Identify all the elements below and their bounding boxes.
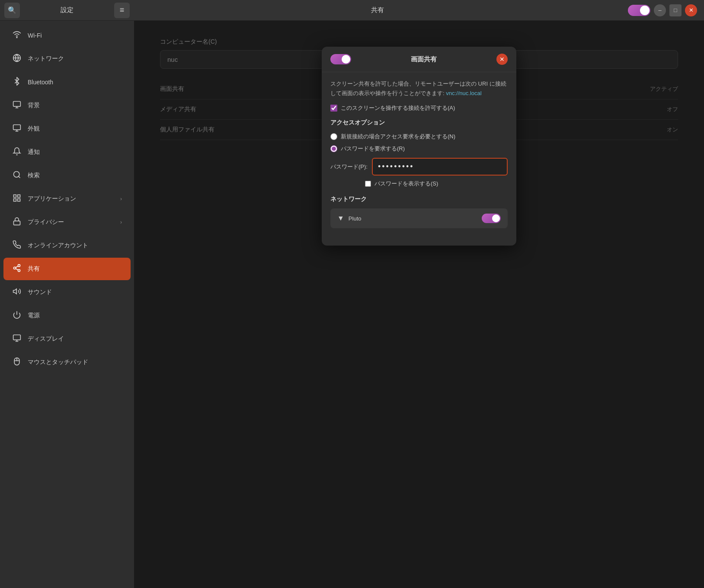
sidebar-item-label: プライバシー	[28, 218, 64, 226]
svg-point-18	[18, 269, 20, 272]
network-row: ▼ Pluto	[330, 208, 508, 228]
svg-point-17	[14, 267, 16, 269]
password-row: パスワード(P):	[330, 158, 508, 176]
sidebar-item-label: サウンド	[28, 288, 52, 296]
network-name: ▼ Pluto	[337, 214, 361, 222]
svg-line-19	[16, 268, 18, 270]
svg-rect-14	[18, 198, 20, 201]
sidebar-item-apps[interactable]: アプリケーション ›	[3, 188, 131, 210]
sidebar-item-label: マウスとタッチパッド	[28, 358, 88, 366]
svg-rect-23	[13, 335, 21, 340]
radio-row-require-password: パスワードを要求する(R)	[330, 145, 508, 153]
dialog-body: スクリーン共有を許可した場合、リモートユーザーは次の URI に接続して画面の表…	[322, 72, 516, 235]
chevron-right-icon: ›	[120, 196, 122, 202]
sidebar-item-mouse[interactable]: マウスとタッチパッド	[3, 351, 131, 374]
dialog-titlebar: 画面共有 ✕	[322, 47, 516, 72]
svg-rect-11	[14, 195, 16, 197]
svg-point-0	[16, 37, 17, 38]
window-title: 共有	[371, 6, 384, 14]
sidebar-item-notifications[interactable]: 通知	[3, 141, 131, 163]
dialog-close-icon: ✕	[499, 56, 505, 63]
background-icon	[12, 100, 22, 111]
show-password-row: パスワードを表示する(S)	[365, 180, 508, 188]
maximize-button[interactable]: □	[669, 4, 682, 16]
network-toggle-knob	[492, 214, 500, 222]
dialog-title: 画面共有	[351, 55, 496, 64]
sidebar-item-label: Wi-Fi	[28, 32, 42, 39]
menu-icon: ≡	[120, 6, 125, 15]
show-password-checkbox[interactable]	[365, 181, 371, 187]
toggle-knob	[640, 6, 650, 15]
sidebar-item-network[interactable]: ネットワーク	[3, 48, 131, 70]
mouse-icon	[12, 357, 22, 368]
network-icon	[12, 54, 22, 64]
sidebar-item-wifi[interactable]: Wi-Fi	[3, 24, 131, 47]
titlebar-center: 共有	[134, 6, 621, 14]
dialog-toggle[interactable]	[330, 54, 351, 64]
search-button[interactable]: 🔍	[4, 3, 20, 18]
sidebar-item-bluetooth[interactable]: Bluetooth	[3, 71, 131, 93]
privacy-icon	[12, 217, 22, 228]
radio-row-require-access: 新規接続の場合アクセス要求を必要とする(N)	[330, 133, 508, 141]
network-toggle[interactable]	[482, 214, 501, 223]
svg-rect-6	[13, 125, 21, 130]
network-section-title: ネットワーク	[330, 195, 508, 203]
svg-point-16	[18, 264, 20, 266]
bluetooth-icon	[12, 77, 22, 88]
sidebar-item-label: ネットワーク	[28, 55, 64, 63]
sidebar-item-label: アプリケーション	[28, 195, 76, 203]
wifi-icon	[12, 30, 22, 41]
apps-icon	[12, 194, 22, 205]
sidebar-item-label: 検索	[28, 172, 40, 179]
allow-control-checkbox[interactable]	[330, 105, 337, 112]
sidebar-item-display[interactable]: ディスプレイ	[3, 328, 131, 350]
sidebar-item-label: オンラインアカウント	[28, 242, 88, 249]
minimize-button[interactable]: –	[654, 4, 666, 16]
sidebar: Wi-Fi ネットワーク Bluetooth 背景 外観	[0, 21, 134, 588]
network-label: Pluto	[349, 215, 362, 222]
sidebar-item-label: 背景	[28, 102, 40, 109]
require-password-label: パスワードを要求する(R)	[341, 145, 405, 153]
allow-control-row: このスクリーンを操作する接続を許可する(A)	[330, 104, 508, 112]
titlebar-right: – □ ✕	[621, 4, 704, 16]
password-label: パスワード(P):	[330, 163, 368, 171]
sidebar-item-search[interactable]: 検索	[3, 164, 131, 187]
sidebar-item-label: Bluetooth	[28, 79, 53, 86]
main-layout: Wi-Fi ネットワーク Bluetooth 背景 外観	[0, 21, 704, 588]
close-button[interactable]: ✕	[685, 4, 697, 16]
notifications-icon	[12, 147, 22, 158]
header-toggle[interactable]	[628, 5, 650, 16]
sidebar-item-label: 共有	[28, 265, 40, 273]
access-options-title: アクセスオプション	[330, 119, 508, 127]
dialog-close-button[interactable]: ✕	[496, 54, 508, 65]
require-access-radio[interactable]	[330, 133, 337, 140]
sidebar-item-sound[interactable]: サウンド	[3, 281, 131, 304]
maximize-icon: □	[674, 7, 677, 13]
screen-sharing-dialog: 画面共有 ✕ スクリーン共有を許可した場合、リモートユーザーは次の URI に接…	[322, 47, 516, 246]
svg-point-9	[14, 171, 19, 177]
sidebar-item-privacy[interactable]: プライバシー ›	[3, 211, 131, 233]
sidebar-item-label: ディスプレイ	[28, 335, 64, 343]
dialog-uri-link[interactable]: vnc://nuc.local	[446, 90, 481, 96]
show-password-label: パスワードを表示する(S)	[374, 180, 438, 188]
dialog-description: スクリーン共有を許可した場合、リモートユーザーは次の URI に接続して画面の表…	[330, 79, 508, 98]
titlebar-left: 🔍 設定 ≡	[0, 3, 134, 18]
svg-line-20	[16, 266, 18, 267]
sidebar-item-online-accounts[interactable]: オンラインアカウント	[3, 234, 131, 257]
menu-button[interactable]: ≡	[114, 3, 130, 18]
online-accounts-icon	[12, 240, 22, 251]
content-area: コンピューター名(C) 画面共有 アクティブ メディア共有 オフ 個人用ファイル…	[134, 21, 704, 588]
svg-rect-12	[18, 195, 20, 197]
require-password-radio[interactable]	[330, 145, 337, 152]
dialog-toggle-knob	[342, 55, 350, 64]
minimize-icon: –	[658, 7, 661, 13]
sidebar-item-label: 外観	[28, 125, 40, 133]
password-input[interactable]	[372, 158, 508, 176]
power-icon	[12, 310, 22, 321]
sidebar-item-power[interactable]: 電源	[3, 304, 131, 327]
sidebar-item-background[interactable]: 背景	[3, 94, 131, 117]
sidebar-item-appearance[interactable]: 外観	[3, 118, 131, 140]
chevron-right-icon: ›	[120, 219, 122, 225]
sound-icon	[12, 287, 22, 298]
sidebar-item-sharing[interactable]: 共有	[3, 258, 131, 280]
